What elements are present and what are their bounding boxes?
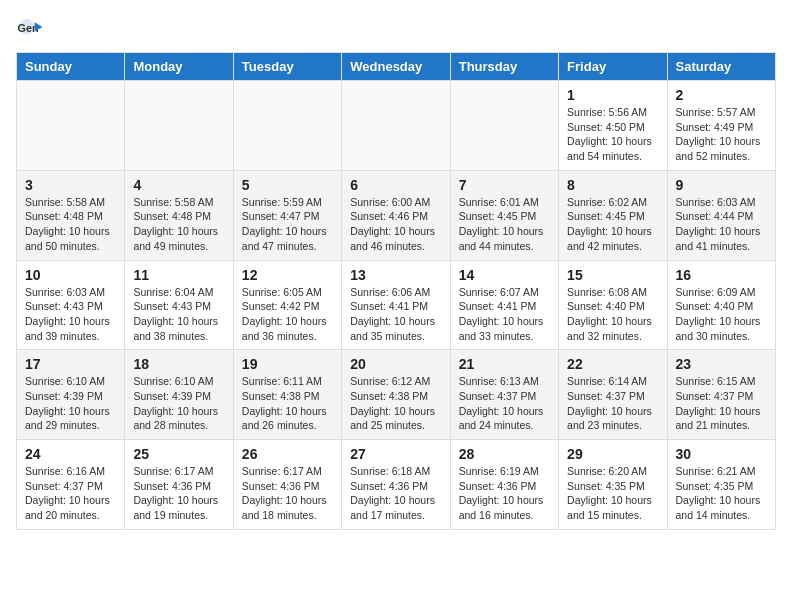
day-info: Sunrise: 6:15 AM Sunset: 4:37 PM Dayligh… — [676, 374, 767, 433]
day-number: 20 — [350, 356, 441, 372]
week-row-5: 24Sunrise: 6:16 AM Sunset: 4:37 PM Dayli… — [17, 440, 776, 530]
calendar-cell: 28Sunrise: 6:19 AM Sunset: 4:36 PM Dayli… — [450, 440, 558, 530]
calendar-cell: 23Sunrise: 6:15 AM Sunset: 4:37 PM Dayli… — [667, 350, 775, 440]
day-info: Sunrise: 6:10 AM Sunset: 4:39 PM Dayligh… — [25, 374, 116, 433]
day-info: Sunrise: 6:18 AM Sunset: 4:36 PM Dayligh… — [350, 464, 441, 523]
day-info: Sunrise: 6:09 AM Sunset: 4:40 PM Dayligh… — [676, 285, 767, 344]
calendar-cell: 2Sunrise: 5:57 AM Sunset: 4:49 PM Daylig… — [667, 81, 775, 171]
day-info: Sunrise: 5:58 AM Sunset: 4:48 PM Dayligh… — [25, 195, 116, 254]
day-info: Sunrise: 6:02 AM Sunset: 4:45 PM Dayligh… — [567, 195, 658, 254]
day-number: 15 — [567, 267, 658, 283]
calendar-cell — [342, 81, 450, 171]
day-info: Sunrise: 6:19 AM Sunset: 4:36 PM Dayligh… — [459, 464, 550, 523]
day-info: Sunrise: 6:21 AM Sunset: 4:35 PM Dayligh… — [676, 464, 767, 523]
calendar-header-row: SundayMondayTuesdayWednesdayThursdayFrid… — [17, 53, 776, 81]
day-number: 10 — [25, 267, 116, 283]
calendar-cell: 4Sunrise: 5:58 AM Sunset: 4:48 PM Daylig… — [125, 170, 233, 260]
calendar-cell: 5Sunrise: 5:59 AM Sunset: 4:47 PM Daylig… — [233, 170, 341, 260]
day-number: 16 — [676, 267, 767, 283]
day-info: Sunrise: 5:56 AM Sunset: 4:50 PM Dayligh… — [567, 105, 658, 164]
week-row-4: 17Sunrise: 6:10 AM Sunset: 4:39 PM Dayli… — [17, 350, 776, 440]
day-info: Sunrise: 6:03 AM Sunset: 4:44 PM Dayligh… — [676, 195, 767, 254]
day-info: Sunrise: 6:14 AM Sunset: 4:37 PM Dayligh… — [567, 374, 658, 433]
weekday-header-thursday: Thursday — [450, 53, 558, 81]
calendar-cell: 27Sunrise: 6:18 AM Sunset: 4:36 PM Dayli… — [342, 440, 450, 530]
day-info: Sunrise: 6:16 AM Sunset: 4:37 PM Dayligh… — [25, 464, 116, 523]
day-number: 28 — [459, 446, 550, 462]
day-number: 2 — [676, 87, 767, 103]
logo-icon: Gen — [16, 16, 44, 44]
calendar-cell: 18Sunrise: 6:10 AM Sunset: 4:39 PM Dayli… — [125, 350, 233, 440]
day-number: 9 — [676, 177, 767, 193]
calendar-cell: 20Sunrise: 6:12 AM Sunset: 4:38 PM Dayli… — [342, 350, 450, 440]
day-info: Sunrise: 5:59 AM Sunset: 4:47 PM Dayligh… — [242, 195, 333, 254]
day-info: Sunrise: 6:12 AM Sunset: 4:38 PM Dayligh… — [350, 374, 441, 433]
day-info: Sunrise: 6:05 AM Sunset: 4:42 PM Dayligh… — [242, 285, 333, 344]
day-number: 8 — [567, 177, 658, 193]
day-info: Sunrise: 6:08 AM Sunset: 4:40 PM Dayligh… — [567, 285, 658, 344]
day-number: 29 — [567, 446, 658, 462]
page-header: Gen — [16, 16, 776, 44]
day-info: Sunrise: 6:10 AM Sunset: 4:39 PM Dayligh… — [133, 374, 224, 433]
calendar-cell: 21Sunrise: 6:13 AM Sunset: 4:37 PM Dayli… — [450, 350, 558, 440]
day-number: 23 — [676, 356, 767, 372]
calendar-cell: 7Sunrise: 6:01 AM Sunset: 4:45 PM Daylig… — [450, 170, 558, 260]
day-number: 18 — [133, 356, 224, 372]
calendar-cell — [233, 81, 341, 171]
day-info: Sunrise: 6:03 AM Sunset: 4:43 PM Dayligh… — [25, 285, 116, 344]
day-number: 21 — [459, 356, 550, 372]
day-number: 6 — [350, 177, 441, 193]
calendar-cell: 24Sunrise: 6:16 AM Sunset: 4:37 PM Dayli… — [17, 440, 125, 530]
calendar-cell: 15Sunrise: 6:08 AM Sunset: 4:40 PM Dayli… — [559, 260, 667, 350]
day-number: 22 — [567, 356, 658, 372]
weekday-header-sunday: Sunday — [17, 53, 125, 81]
week-row-1: 1Sunrise: 5:56 AM Sunset: 4:50 PM Daylig… — [17, 81, 776, 171]
logo: Gen — [16, 16, 48, 44]
weekday-header-friday: Friday — [559, 53, 667, 81]
calendar-cell — [17, 81, 125, 171]
day-info: Sunrise: 6:06 AM Sunset: 4:41 PM Dayligh… — [350, 285, 441, 344]
day-number: 5 — [242, 177, 333, 193]
day-number: 26 — [242, 446, 333, 462]
calendar-table: SundayMondayTuesdayWednesdayThursdayFrid… — [16, 52, 776, 530]
day-info: Sunrise: 5:57 AM Sunset: 4:49 PM Dayligh… — [676, 105, 767, 164]
calendar-cell: 29Sunrise: 6:20 AM Sunset: 4:35 PM Dayli… — [559, 440, 667, 530]
day-number: 25 — [133, 446, 224, 462]
calendar-cell: 10Sunrise: 6:03 AM Sunset: 4:43 PM Dayli… — [17, 260, 125, 350]
day-number: 1 — [567, 87, 658, 103]
day-number: 13 — [350, 267, 441, 283]
calendar-cell — [125, 81, 233, 171]
day-info: Sunrise: 6:17 AM Sunset: 4:36 PM Dayligh… — [242, 464, 333, 523]
weekday-header-monday: Monday — [125, 53, 233, 81]
calendar-cell: 22Sunrise: 6:14 AM Sunset: 4:37 PM Dayli… — [559, 350, 667, 440]
calendar-cell: 11Sunrise: 6:04 AM Sunset: 4:43 PM Dayli… — [125, 260, 233, 350]
calendar-cell: 12Sunrise: 6:05 AM Sunset: 4:42 PM Dayli… — [233, 260, 341, 350]
calendar-cell: 8Sunrise: 6:02 AM Sunset: 4:45 PM Daylig… — [559, 170, 667, 260]
day-info: Sunrise: 6:20 AM Sunset: 4:35 PM Dayligh… — [567, 464, 658, 523]
calendar-cell: 13Sunrise: 6:06 AM Sunset: 4:41 PM Dayli… — [342, 260, 450, 350]
day-info: Sunrise: 6:13 AM Sunset: 4:37 PM Dayligh… — [459, 374, 550, 433]
day-info: Sunrise: 6:17 AM Sunset: 4:36 PM Dayligh… — [133, 464, 224, 523]
weekday-header-saturday: Saturday — [667, 53, 775, 81]
day-info: Sunrise: 6:00 AM Sunset: 4:46 PM Dayligh… — [350, 195, 441, 254]
calendar-cell: 6Sunrise: 6:00 AM Sunset: 4:46 PM Daylig… — [342, 170, 450, 260]
calendar-cell: 19Sunrise: 6:11 AM Sunset: 4:38 PM Dayli… — [233, 350, 341, 440]
day-info: Sunrise: 6:01 AM Sunset: 4:45 PM Dayligh… — [459, 195, 550, 254]
calendar-cell: 30Sunrise: 6:21 AM Sunset: 4:35 PM Dayli… — [667, 440, 775, 530]
day-info: Sunrise: 6:11 AM Sunset: 4:38 PM Dayligh… — [242, 374, 333, 433]
calendar-cell: 26Sunrise: 6:17 AM Sunset: 4:36 PM Dayli… — [233, 440, 341, 530]
day-number: 11 — [133, 267, 224, 283]
weekday-header-tuesday: Tuesday — [233, 53, 341, 81]
calendar-cell: 3Sunrise: 5:58 AM Sunset: 4:48 PM Daylig… — [17, 170, 125, 260]
calendar-cell: 17Sunrise: 6:10 AM Sunset: 4:39 PM Dayli… — [17, 350, 125, 440]
day-number: 17 — [25, 356, 116, 372]
day-number: 19 — [242, 356, 333, 372]
calendar-cell: 16Sunrise: 6:09 AM Sunset: 4:40 PM Dayli… — [667, 260, 775, 350]
calendar-cell — [450, 81, 558, 171]
calendar-cell: 25Sunrise: 6:17 AM Sunset: 4:36 PM Dayli… — [125, 440, 233, 530]
day-number: 3 — [25, 177, 116, 193]
day-number: 30 — [676, 446, 767, 462]
day-number: 14 — [459, 267, 550, 283]
calendar-cell: 1Sunrise: 5:56 AM Sunset: 4:50 PM Daylig… — [559, 81, 667, 171]
week-row-2: 3Sunrise: 5:58 AM Sunset: 4:48 PM Daylig… — [17, 170, 776, 260]
